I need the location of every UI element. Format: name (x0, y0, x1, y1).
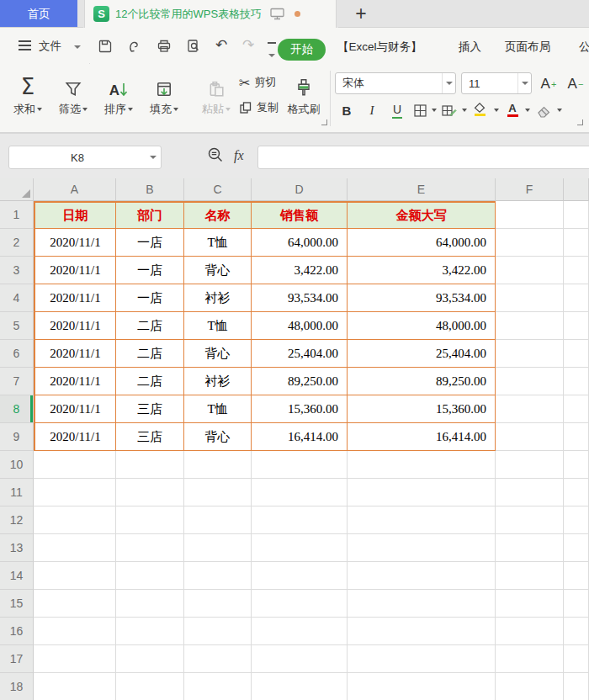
paste-button[interactable]: 粘贴 (194, 69, 239, 125)
cell-D15[interactable] (252, 590, 348, 618)
search-icon[interactable] (207, 146, 224, 163)
cell-D17[interactable] (252, 645, 348, 673)
cell-D6[interactable]: 25,404.00 (252, 340, 348, 368)
cell-E18[interactable] (348, 673, 496, 700)
cell-A17[interactable] (34, 645, 116, 673)
cell-G6[interactable] (564, 340, 589, 368)
format-painter-button[interactable]: 格式刷 (281, 69, 326, 125)
cell-D14[interactable] (252, 562, 348, 590)
cell-G3[interactable] (564, 257, 589, 284)
cell-B9[interactable]: 三店 (116, 423, 184, 451)
fill-button[interactable]: 填充 (141, 69, 187, 125)
cell-G11[interactable] (564, 479, 589, 506)
cell-F8[interactable] (496, 395, 564, 423)
cell-D5[interactable]: 48,000.00 (252, 312, 348, 340)
cell-C14[interactable] (184, 562, 252, 590)
cell-D10[interactable] (252, 451, 348, 479)
cell-F4[interactable] (496, 284, 564, 312)
clipboard-dialog-launcher-icon[interactable] (321, 119, 327, 125)
cell-B7[interactable]: 二店 (116, 368, 184, 395)
cell-B15[interactable] (116, 590, 184, 618)
cell-G4[interactable] (564, 284, 589, 312)
dropdown-arrow-icon[interactable] (82, 108, 88, 111)
row-header-9[interactable]: 9 (0, 423, 34, 451)
cell-G2[interactable] (564, 229, 589, 257)
cell-E5[interactable]: 48,000.00 (348, 312, 496, 340)
dropdown-arrow-icon[interactable] (173, 108, 178, 111)
cell-F13[interactable] (496, 534, 564, 562)
decrease-font-button[interactable]: A− (564, 74, 587, 94)
cell-C11[interactable] (184, 479, 252, 506)
fill-color-button[interactable] (470, 98, 490, 121)
cell-G18[interactable] (564, 673, 589, 700)
row-header-12[interactable]: 12 (0, 506, 34, 534)
dropdown-arrow-icon[interactable] (226, 108, 231, 111)
cell-F5[interactable] (496, 312, 564, 340)
cell-F3[interactable] (496, 257, 564, 284)
column-header-A[interactable]: A (34, 178, 116, 201)
cell-F10[interactable] (496, 451, 564, 479)
hamburger-menu-icon[interactable] (19, 40, 31, 53)
cell-G14[interactable] (564, 562, 589, 590)
cell-F1[interactable] (496, 201, 564, 229)
cell-E13[interactable] (348, 534, 496, 562)
cell-A5[interactable]: 2020/11/1 (34, 312, 116, 340)
cell-F11[interactable] (496, 479, 564, 506)
dropdown-arrow-icon[interactable] (37, 108, 42, 111)
cell-C12[interactable] (184, 506, 252, 534)
cell-E4[interactable]: 93,534.00 (348, 284, 496, 312)
cell-G1[interactable] (564, 201, 589, 229)
cell-A16[interactable] (34, 618, 116, 645)
cell-A8[interactable]: 2020/11/1 (34, 395, 116, 423)
customize-quick-access-icon[interactable] (268, 42, 276, 61)
cell-C6[interactable]: 背心 (184, 340, 252, 368)
cell-E14[interactable] (348, 562, 496, 590)
cell-B18[interactable] (116, 673, 184, 700)
cell-D16[interactable] (252, 618, 348, 645)
row-header-5[interactable]: 5 (0, 312, 34, 340)
cell-B16[interactable] (116, 618, 184, 645)
cell-G13[interactable] (564, 534, 589, 562)
eraser-button[interactable] (533, 99, 554, 121)
cell-C13[interactable] (184, 534, 252, 562)
cell-G17[interactable] (564, 645, 589, 673)
font-size-select[interactable]: 11 (461, 72, 532, 94)
cell-E1[interactable]: 金额大写 (348, 201, 496, 229)
cell-A6[interactable]: 2020/11/1 (34, 340, 116, 368)
column-header-G[interactable] (564, 178, 589, 201)
tab-insert[interactable]: 插入 (459, 40, 481, 55)
cell-F16[interactable] (496, 618, 564, 645)
cell-F2[interactable] (496, 229, 564, 257)
cell-A1[interactable]: 日期 (34, 201, 116, 229)
cell-C8[interactable]: T恤 (184, 395, 252, 423)
new-tab-button[interactable]: + (348, 1, 374, 27)
row-header-15[interactable]: 15 (0, 590, 34, 618)
cell-A18[interactable] (34, 673, 116, 700)
cell-A9[interactable]: 2020/11/1 (34, 423, 116, 451)
redo-icon[interactable]: ↷ (242, 36, 257, 51)
cell-B3[interactable]: 一店 (116, 257, 184, 284)
cell-C2[interactable]: T恤 (184, 229, 252, 257)
name-box[interactable]: K8 (8, 146, 162, 169)
cell-F12[interactable] (496, 506, 564, 534)
draw-border-button[interactable] (439, 99, 458, 121)
italic-button[interactable]: I (362, 99, 382, 121)
cell-C5[interactable]: T恤 (184, 312, 252, 340)
tab-page-layout[interactable]: 页面布局 (505, 40, 550, 55)
print-icon[interactable] (157, 39, 172, 54)
cell-A12[interactable] (34, 506, 116, 534)
cell-D1[interactable]: 销售额 (252, 201, 348, 229)
cell-F15[interactable] (496, 590, 564, 618)
cell-C3[interactable]: 背心 (184, 257, 252, 284)
cell-B10[interactable] (116, 451, 184, 479)
column-header-D[interactable]: D (252, 178, 348, 201)
row-header-7[interactable]: 7 (0, 368, 34, 395)
print-preview-icon[interactable] (186, 39, 201, 54)
cell-G7[interactable] (564, 368, 589, 395)
file-menu-caret-icon[interactable] (74, 45, 81, 49)
cell-D11[interactable] (252, 479, 348, 506)
cell-B11[interactable] (116, 479, 184, 506)
tab-formula[interactable]: 公式 (579, 40, 589, 55)
undo-icon[interactable]: ↶ (215, 36, 231, 51)
tab-excel-finance[interactable]: 【Excel与财务】 (337, 40, 422, 55)
